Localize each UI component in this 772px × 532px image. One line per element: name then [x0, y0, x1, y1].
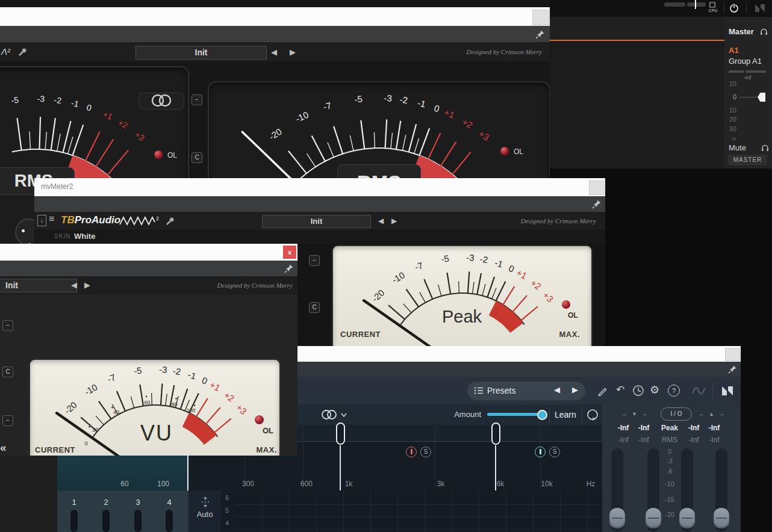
channel-name[interactable]: Group A1 [729, 57, 762, 66]
band-number-2[interactable]: 2 [102, 498, 110, 507]
band-fader-slot[interactable] [166, 510, 173, 532]
menu-icon[interactable]: ≡ [49, 214, 54, 224]
input-gain-minus[interactable]: − [622, 410, 626, 419]
preset-field[interactable]: Init [135, 46, 267, 60]
band-number-1[interactable]: 1 [70, 498, 78, 507]
wrench-icon[interactable] [17, 47, 28, 57]
titlebar-button[interactable] [532, 10, 549, 25]
learn-button[interactable]: Learn [555, 410, 576, 419]
svg-text:0: 0 [507, 263, 515, 274]
band-power-button[interactable] [406, 447, 417, 457]
chevron-down-icon[interactable] [341, 413, 347, 417]
presets-button[interactable]: Presets [467, 382, 585, 400]
output-gain-minus[interactable]: − [720, 410, 724, 419]
master-tab[interactable]: Master [729, 27, 754, 36]
stereo-link-button[interactable] [139, 93, 184, 110]
preset-prev-arrow[interactable]: ◀ [378, 217, 384, 225]
svg-text:-20: -20 [267, 126, 283, 142]
peak-row-label: Peak [661, 424, 678, 432]
preset-next-arrow[interactable]: ▶ [572, 385, 578, 394]
collapse-button[interactable]: − [309, 255, 320, 266]
titlebar-button[interactable] [725, 348, 740, 361]
band-solo-button[interactable]: S [549, 447, 560, 457]
help-icon[interactable]: ? [668, 385, 680, 397]
headphones-icon[interactable] [759, 27, 768, 36]
auto-button[interactable]: Auto [188, 510, 221, 519]
loop-icon[interactable] [585, 407, 600, 422]
eq-band-handle-2[interactable] [491, 422, 500, 445]
output-gain-minus[interactable]: − [699, 410, 703, 419]
io-button[interactable]: I / O [661, 407, 692, 421]
window-titlebar[interactable]: x [0, 244, 297, 261]
output-fader-handle-r[interactable] [714, 508, 729, 528]
overload-led[interactable] [255, 415, 264, 424]
collapse-button[interactable]: − [2, 415, 13, 426]
input-fader-handle-l[interactable] [609, 508, 625, 528]
amount-slider-handle[interactable] [537, 410, 547, 420]
pin-icon[interactable] [592, 199, 602, 209]
divider [582, 407, 582, 422]
download-icon[interactable]: ↓ [37, 215, 46, 226]
preset-prev-arrow[interactable]: ◀ [271, 48, 277, 57]
collapse-button[interactable]: − [191, 94, 202, 105]
preset-prev-arrow[interactable]: ◀ [71, 281, 77, 289]
ni-wave-icon[interactable] [691, 384, 706, 397]
preset-prev-arrow[interactable]: ◀ [554, 385, 560, 394]
pin-icon[interactable] [728, 365, 737, 374]
svg-text:+3: +3 [541, 290, 555, 305]
channel-id[interactable]: A1 [729, 46, 739, 55]
clear-button[interactable]: C [2, 367, 13, 377]
titlebar-button[interactable] [589, 181, 605, 195]
band-number-4[interactable]: 4 [165, 498, 173, 507]
svg-text:-5: -5 [11, 95, 19, 105]
window-titlebar[interactable] [0, 7, 550, 26]
band-fader-slot[interactable] [102, 510, 110, 532]
io-scale-3: -3 [667, 457, 673, 465]
pin-icon[interactable] [284, 264, 294, 273]
overload-led[interactable] [154, 150, 163, 159]
input-gain-minus[interactable]: − [643, 410, 647, 419]
collapse-button[interactable]: − [2, 320, 13, 331]
preset-next-arrow[interactable]: ▶ [84, 281, 90, 289]
cpu-slider-track-left[interactable] [664, 2, 685, 7]
preset-field[interactable]: Init [262, 215, 371, 228]
input-gain-triangle-icon[interactable]: ▼ [632, 411, 637, 417]
skin-value[interactable]: White [74, 232, 95, 241]
cpu-slider-track-right[interactable] [687, 2, 706, 7]
stereo-circles-icon[interactable] [320, 409, 340, 420]
svg-text:-2: -2 [172, 365, 182, 377]
band-number-3[interactable]: 3 [134, 498, 142, 507]
cpu-slider-handle[interactable] [695, 0, 696, 9]
cpu-label: CPU [706, 8, 720, 13]
eq-band-handle-1[interactable] [336, 422, 345, 445]
close-button[interactable]: x [283, 246, 296, 259]
input-fader-handle-r[interactable] [646, 508, 661, 528]
headphones-icon[interactable] [761, 143, 770, 152]
history-icon[interactable] [632, 385, 644, 397]
pencil-icon[interactable] [598, 385, 609, 396]
power-icon[interactable] [729, 2, 739, 13]
band-solo-button[interactable]: S [420, 447, 431, 457]
clear-button[interactable]: C [309, 302, 320, 313]
output-fader-handle-l[interactable] [679, 508, 695, 528]
fader-handle[interactable] [758, 93, 765, 102]
svg-text:0: 0 [85, 441, 88, 447]
band-power-button[interactable] [535, 447, 546, 457]
wrench-icon[interactable] [164, 216, 175, 226]
band-fader-slot[interactable] [70, 510, 78, 532]
band-fader-slot[interactable] [134, 510, 142, 532]
master-route-button[interactable]: MASTER [728, 155, 767, 165]
gear-icon[interactable]: ⚙ [650, 383, 659, 397]
pin-icon[interactable] [535, 29, 545, 39]
output-gain-triangle-icon[interactable]: ▲ [709, 411, 714, 417]
preset-next-arrow[interactable]: ▶ [391, 217, 397, 225]
preset-field[interactable]: Init [0, 279, 77, 292]
preset-next-arrow[interactable]: ▶ [290, 48, 296, 57]
overload-led[interactable] [500, 147, 509, 155]
window-titlebar[interactable]: mvMeter2 [34, 178, 605, 197]
mute-button[interactable]: Mute [729, 143, 746, 152]
shrink-button[interactable]: « [0, 441, 7, 454]
clear-button[interactable]: C [191, 152, 202, 163]
undo-icon[interactable]: ↶ [616, 383, 624, 396]
overload-led[interactable] [562, 300, 570, 309]
